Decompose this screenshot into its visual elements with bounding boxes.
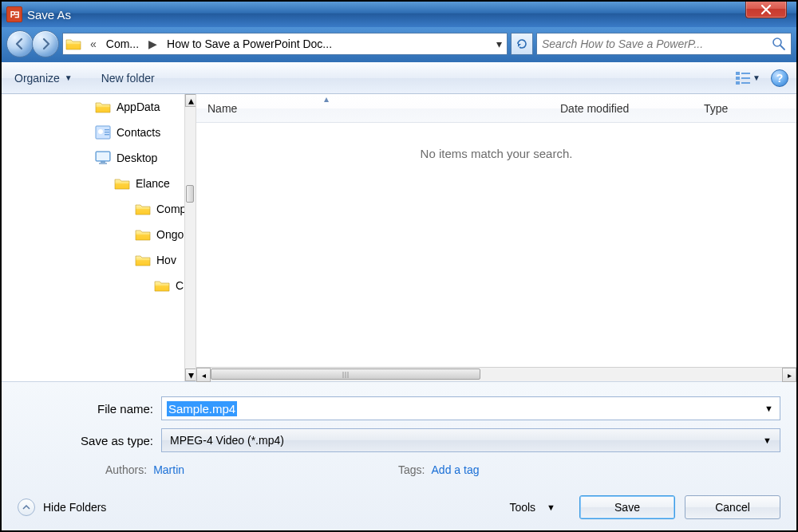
scroll-right-arrow-icon[interactable]: ▸: [782, 368, 796, 382]
svg-rect-1: [736, 72, 740, 75]
column-header-type[interactable]: Type: [693, 94, 796, 122]
chevron-down-icon: ▼: [753, 73, 760, 82]
scroll-thumb[interactable]: [186, 185, 194, 203]
folder-tree[interactable]: AppDataContactsDesktopElanceCompOngoHovC…: [2, 94, 196, 381]
help-button[interactable]: ?: [771, 69, 788, 87]
tools-label: Tools: [509, 501, 535, 514]
search-field[interactable]: [536, 33, 792, 55]
saveastype-combo[interactable]: MPEG-4 Video (*.mp4) ▼: [161, 428, 780, 452]
folder-icon: [65, 35, 82, 53]
save-as-dialog: P∃ Save As « Com... ▶ How to Save a Powe…: [0, 0, 798, 532]
tree-item-label: C: [176, 279, 184, 292]
save-button[interactable]: Save: [579, 495, 675, 519]
folder-icon: [134, 253, 152, 267]
tree-item-label: Hov: [156, 254, 176, 266]
authors-label: Authors:: [105, 463, 147, 476]
column-header-date[interactable]: Date modified: [549, 94, 693, 122]
folder-icon: [153, 278, 171, 293]
file-list-area: Name ▴ Date modified Type No items match…: [196, 94, 796, 381]
toolbar: Organize ▼ New folder ▼ ?: [2, 62, 796, 94]
horizontal-scrollbar[interactable]: ◂ ▸: [196, 367, 796, 381]
title-bar: P∃ Save As: [2, 2, 796, 27]
chevron-down-icon: ▼: [547, 502, 555, 512]
breadcrumb-separator-icon: ▶: [142, 37, 164, 50]
scroll-down-arrow-icon[interactable]: ▾: [185, 368, 196, 381]
hide-folders-button[interactable]: Hide Folders: [18, 499, 106, 516]
back-button[interactable]: [6, 30, 34, 57]
folder-icon: [94, 100, 112, 114]
sort-indicator-icon: ▴: [324, 93, 329, 104]
column-headers: Name ▴ Date modified Type: [196, 94, 796, 123]
tree-item[interactable]: Contacts: [2, 120, 196, 145]
organize-label: Organize: [14, 72, 60, 85]
svg-rect-11: [105, 134, 109, 135]
tree-item-label: AppData: [117, 100, 160, 113]
chevron-down-icon: ▼: [763, 435, 772, 445]
breadcrumb-chevron-icon: «: [84, 37, 103, 50]
empty-message: No items match your search.: [196, 123, 796, 367]
tree-item[interactable]: Hov: [2, 247, 196, 273]
navigation-bar: « Com... ▶ How to Save a PowerPoint Doc.…: [2, 27, 796, 62]
desktop-icon: [94, 151, 112, 165]
tree-item[interactable]: AppData: [2, 94, 196, 120]
tags-label: Tags:: [398, 463, 425, 476]
tree-item[interactable]: Comp: [2, 196, 196, 222]
authors-value[interactable]: Martin: [153, 463, 184, 476]
search-icon: [772, 37, 786, 51]
folder-icon: [134, 227, 152, 242]
tree-item[interactable]: Desktop: [2, 145, 196, 171]
search-input[interactable]: [542, 37, 772, 50]
powerpoint-icon: P∃: [6, 6, 22, 22]
svg-rect-5: [741, 77, 750, 79]
svg-point-8: [98, 129, 103, 134]
breadcrumb-item[interactable]: Com...: [103, 37, 142, 50]
tree-vertical-scrollbar[interactable]: ▴ ▾: [184, 94, 196, 381]
scroll-up-arrow-icon[interactable]: ▴: [185, 94, 196, 107]
scroll-thumb[interactable]: [211, 368, 480, 380]
tools-menu[interactable]: Tools ▼: [509, 501, 555, 514]
organize-menu[interactable]: Organize ▼: [10, 69, 77, 88]
cancel-button[interactable]: Cancel: [685, 495, 780, 519]
svg-rect-3: [736, 81, 740, 85]
new-folder-button[interactable]: New folder: [97, 69, 160, 88]
tree-item-label: Contacts: [117, 126, 160, 139]
filename-label: File name:: [18, 402, 161, 416]
chevron-down-icon: ▼: [65, 73, 73, 82]
forward-button[interactable]: [32, 30, 59, 57]
hide-folders-label: Hide Folders: [43, 501, 106, 514]
window-title: Save As: [27, 8, 71, 22]
help-icon: ?: [776, 72, 784, 85]
tags-value[interactable]: Add a tag: [432, 463, 480, 476]
chevron-down-icon[interactable]: ▼: [764, 404, 773, 413]
filename-input[interactable]: Sample.mp4 ▼: [161, 396, 780, 420]
saveastype-value: MPEG-4 Video (*.mp4): [170, 434, 284, 447]
svg-rect-9: [105, 129, 109, 130]
close-button[interactable]: [745, 1, 787, 18]
view-icon: [735, 70, 751, 86]
tree-item[interactable]: Ongo: [2, 222, 196, 247]
back-arrow-icon: [13, 37, 27, 51]
main-area: AppDataContactsDesktopElanceCompOngoHovC…: [2, 94, 796, 530]
tree-item[interactable]: C: [2, 273, 196, 298]
tree-item-label: Comp: [156, 203, 186, 215]
svg-rect-2: [736, 77, 740, 80]
tree-item-label: Elance: [136, 177, 170, 190]
scroll-left-arrow-icon[interactable]: ◂: [196, 368, 211, 382]
svg-rect-13: [97, 152, 109, 160]
tree-item-label: Desktop: [117, 152, 157, 164]
breadcrumb-item[interactable]: How to Save a PowerPoint Doc...: [164, 37, 335, 50]
svg-rect-15: [99, 163, 107, 164]
forward-arrow-icon: [38, 37, 53, 51]
column-header-name[interactable]: Name ▴: [196, 94, 549, 122]
address-bar[interactable]: « Com... ▶ How to Save a PowerPoint Doc.…: [62, 33, 508, 55]
new-folder-label: New folder: [101, 72, 155, 85]
collapse-icon: [18, 499, 35, 516]
view-options-button[interactable]: ▼: [734, 68, 761, 89]
filename-value: Sample.mp4: [167, 401, 237, 416]
refresh-button[interactable]: [511, 33, 533, 55]
close-icon: [760, 4, 772, 15]
contacts-icon: [94, 125, 112, 140]
tree-item[interactable]: Elance: [2, 171, 196, 196]
address-dropdown-icon[interactable]: ▾: [493, 37, 505, 50]
svg-rect-10: [105, 132, 109, 132]
